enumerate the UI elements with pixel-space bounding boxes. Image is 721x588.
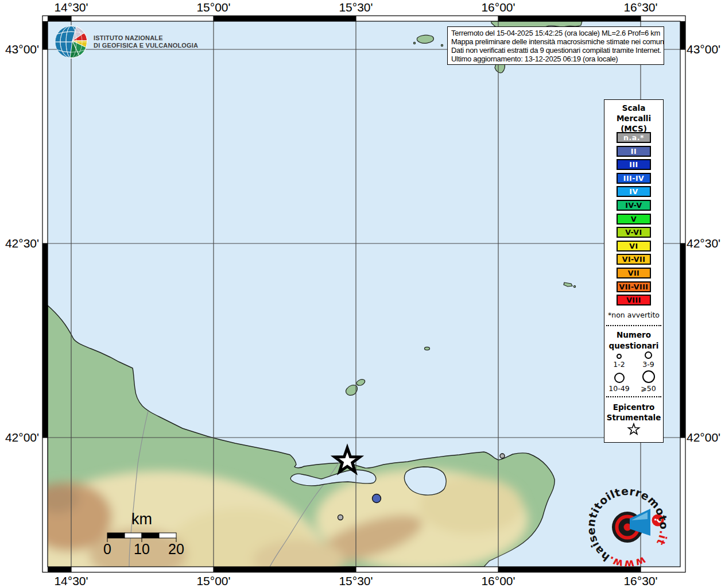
lon-label-top-3: 16°00' — [472, 1, 524, 14]
legend-scale-item: VII — [617, 268, 651, 278]
event-title-box: Terremoto del 15-04-2025 15:42:25 (ora l… — [447, 26, 664, 65]
questionnaire-size-label: 3-9 — [642, 360, 654, 369]
lon-label-top-1: 15°00' — [188, 1, 239, 14]
epicenter-title-line: Strumentale — [604, 412, 663, 423]
legend-scale-item: III — [617, 159, 651, 170]
intensity-dot-n.a. — [338, 515, 343, 520]
questionnaire-size-item: 3-9 — [634, 351, 663, 369]
islet-dot — [573, 285, 575, 287]
legend-title-line: Mercalli — [604, 113, 663, 123]
ingv-name-line1: ISTITUTO NAZIONALE — [94, 34, 198, 42]
questionnaire-size-label: 10-49 — [608, 384, 629, 393]
event-title-line: Terremoto del 15-04-2025 15:42:25 (ora l… — [451, 29, 660, 37]
lat-label-left-0: 43°00' — [0, 42, 39, 56]
event-title-line: Ultimo aggiornamento: 13-12-2025 06:19 (… — [451, 55, 660, 63]
questionnaire-size-label: ⩾50 — [641, 384, 656, 393]
questionnaire-size-item: ⩾50 — [634, 370, 663, 393]
islet-dot — [441, 44, 443, 46]
legend-scale-item: VI — [617, 241, 651, 252]
legend-scale-item: IV — [617, 186, 651, 197]
questionnaire-size-circle — [642, 370, 655, 383]
questionnaire-size-circle — [617, 354, 622, 359]
lon-label-top-0: 14°30' — [45, 1, 97, 14]
macroseismic-map-page: ? www.haisentitoilterremoto.it Terremoto… — [0, 0, 721, 588]
legend-panel: Scala Mercalli (MCS) n.a.*IIIIIIII-IVIVI… — [604, 99, 664, 443]
mercalli-scale-list: n.a.*IIIIIIII-IVIVIV-VVV-VIVIVI-VIIVIIVI… — [604, 132, 663, 308]
epicenter-symbol — [604, 423, 663, 439]
questionnaire-title-line: Numero — [604, 330, 663, 341]
legend-scale-item: VIII — [617, 295, 651, 305]
legend-scale-item: V-VI — [617, 227, 651, 238]
legend-scale-item: n.a.* — [617, 132, 651, 143]
scale-bar-tick-0: 0 — [95, 541, 120, 558]
scale-bar-tick-10: 10 — [129, 541, 154, 558]
epicenter-legend-title: Epicentro Strumentale — [604, 402, 663, 423]
island-svetac — [417, 35, 433, 43]
lon-label-bottom-2: 15°30' — [330, 574, 382, 588]
legend-scale-item: V — [617, 214, 651, 225]
questionnaire-size-item: 10-49 — [604, 370, 634, 393]
ingv-name-line2: DI GEOFISICA E VULCANOLOGIA — [94, 42, 198, 49]
lon-label-bottom-1: 15°00' — [188, 574, 239, 588]
lat-label-left-1: 42°30' — [0, 237, 39, 250]
questionnaire-title-line: questionari — [604, 341, 663, 351]
islet-dot — [413, 42, 415, 44]
lon-label-bottom-3: 16°00' — [472, 574, 524, 588]
ingv-logo: ISTITUTO NAZIONALE DI GEOFISICA E VULCAN… — [54, 24, 198, 60]
lon-label-bottom-0: 14°30' — [45, 574, 97, 588]
ingv-globe-icon — [54, 24, 88, 60]
event-title-line: Mappa preliminare delle intensità macros… — [451, 37, 660, 46]
lat-label-right-1: 42°30' — [687, 237, 721, 250]
intensity-dot-II — [373, 494, 381, 503]
questionnaire-size-key: 1-23-910-49⩾50 — [604, 351, 663, 393]
legend-scale-item: III-IV — [617, 173, 651, 184]
lat-label-right-0: 43°00' — [687, 42, 721, 56]
legend-divider — [606, 396, 661, 397]
legend-footnote: *non avvertito — [604, 311, 663, 319]
questionnaire-size-label: 1-2 — [613, 360, 625, 369]
legend-title-line: Scala — [604, 103, 663, 113]
lon-label-bottom-4: 16°30' — [615, 574, 666, 588]
lat-label-left-2: 42°00' — [0, 431, 39, 444]
map-area — [0, 21, 680, 588]
questionnaire-size-circle — [645, 351, 652, 359]
questionnaire-title: Numero questionari — [604, 330, 663, 351]
legend-scale-item: II — [617, 146, 651, 157]
scale-bar-tick-20: 20 — [164, 541, 189, 558]
legend-divider — [606, 325, 661, 326]
legend-scale-item: VI-VII — [617, 254, 651, 265]
legend-scale-item: IV-V — [617, 200, 651, 211]
questionnaire-size-circle — [614, 373, 625, 383]
intensity-dot-n.a. — [500, 454, 505, 458]
lat-label-right-2: 42°00' — [687, 431, 721, 444]
scale-bar-unit: km — [119, 510, 165, 528]
legend-scale-item: VII-VIII — [617, 281, 651, 292]
event-title-line: Dati non verificati estratti da 9 questi… — [451, 46, 660, 55]
epicenter-title-line: Epicentro — [604, 402, 663, 412]
questionnaire-size-item: 1-2 — [604, 351, 634, 369]
island-pianosa — [425, 347, 430, 350]
lon-label-top-4: 16°30' — [615, 1, 666, 14]
lon-label-top-2: 15°30' — [330, 1, 382, 14]
legend-title: Scala Mercalli (MCS) — [604, 103, 663, 134]
